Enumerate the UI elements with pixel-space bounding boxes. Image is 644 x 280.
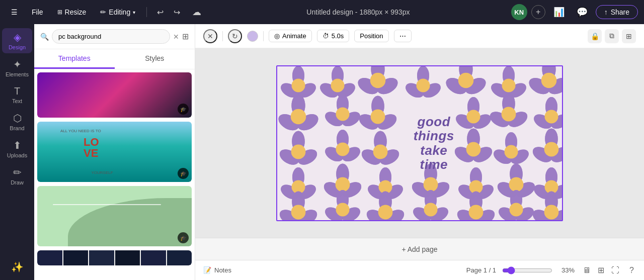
search-icon: 🔍 bbox=[40, 33, 49, 41]
desktop-view-button[interactable]: 🖥 bbox=[581, 264, 593, 276]
more-options-button[interactable]: ⋯ bbox=[394, 30, 412, 42]
zoom-controls: 33% bbox=[502, 266, 575, 274]
sidebar-item-label: Design bbox=[9, 44, 26, 50]
pen-icon: ✏ bbox=[100, 8, 106, 16]
grid-view-button[interactable]: ⊞ bbox=[596, 264, 606, 276]
share-button[interactable]: ↑ Share bbox=[596, 5, 638, 19]
cloud-save-button[interactable]: ☁ bbox=[188, 5, 205, 20]
template-badge: 🎓 bbox=[178, 168, 189, 179]
animate-icon: ◎ bbox=[274, 32, 280, 40]
sidebar-item-magic[interactable]: ✨ bbox=[2, 258, 32, 276]
notes-icon: 📝 bbox=[203, 266, 211, 274]
template-item[interactable]: ALL YOU NEED IS TO LOVE YOURSELF 🎓 bbox=[37, 122, 192, 182]
svg-point-1 bbox=[277, 66, 291, 76]
topbar-right: KN + 📊 💬 ↑ Share bbox=[511, 4, 638, 20]
template-text: ALL YOU NEED IS TO bbox=[60, 129, 101, 133]
notes-button[interactable]: 📝 Notes bbox=[203, 266, 231, 274]
search-bar: 🔍 ✕ ⊞ bbox=[34, 24, 195, 49]
timing-button[interactable]: ⏱ 5.0s bbox=[317, 30, 350, 42]
duplicate-button[interactable]: ⧉ bbox=[605, 29, 619, 43]
main-layout: ◈ Design ✦ Elements T Text ⬡ Brand ⬆ Upl… bbox=[0, 24, 644, 280]
toolbar-separator bbox=[222, 31, 223, 41]
canvas-area: ✕ ↻ ◎ Animate ⏱ 5.0s Position ⋯ 🔒 ⧉ ⊞ bbox=[195, 24, 644, 280]
svg-point-6 bbox=[277, 66, 282, 71]
template-text: LOVE bbox=[84, 137, 99, 159]
search-clear-icon[interactable]: ✕ bbox=[173, 33, 179, 41]
file-button[interactable]: File bbox=[27, 6, 48, 18]
sidebar-item-elements[interactable]: ✦ Elements bbox=[2, 55, 32, 80]
brand-icon: ⬡ bbox=[13, 112, 22, 124]
share-icon: ↑ bbox=[604, 8, 608, 16]
uploads-icon: ⬆ bbox=[13, 139, 22, 151]
avatar[interactable]: KN bbox=[511, 4, 527, 20]
comments-button[interactable]: 💬 bbox=[573, 5, 592, 20]
tab-styles[interactable]: Styles bbox=[115, 49, 195, 69]
lock-buttons: 🔒 ⧉ ⊞ bbox=[588, 29, 636, 43]
magic-icon: ✨ bbox=[11, 261, 24, 273]
canvas-frame[interactable]: good things take time bbox=[276, 65, 563, 221]
editing-button[interactable]: ✏ Editing ▾ bbox=[95, 6, 140, 18]
view-buttons: 🖥 ⊞ ⛶ bbox=[581, 264, 621, 276]
fullscreen-button[interactable]: ⛶ bbox=[609, 264, 621, 276]
redo-button[interactable]: ↪ bbox=[170, 6, 184, 19]
add-frame-button[interactable]: ⊞ bbox=[622, 29, 636, 43]
divider bbox=[146, 7, 147, 17]
canvas-toolbar: ✕ ↻ ◎ Animate ⏱ 5.0s Position ⋯ 🔒 ⧉ ⊞ bbox=[195, 24, 644, 48]
template-item[interactable]: 🎓 bbox=[37, 186, 192, 246]
close-selection-button[interactable]: ✕ bbox=[203, 29, 217, 43]
zoom-percentage: 33% bbox=[556, 266, 575, 274]
sidebar-item-label: Text bbox=[12, 98, 22, 104]
template-item[interactable]: 🎓 bbox=[37, 72, 192, 118]
topbar: ☰ File ⊞ Resize ✏ Editing ▾ ↩ ↪ ☁ Untitl… bbox=[0, 0, 644, 24]
left-panel: 🔍 ✕ ⊞ Templates Styles 🎓 ALL YOU NEED IS… bbox=[34, 24, 195, 280]
template-badge: 🎓 bbox=[178, 232, 189, 243]
bottom-bar: 📝 Notes Page 1 / 1 33% 🖥 ⊞ ⛶ ? bbox=[195, 260, 644, 280]
lock-button[interactable]: 🔒 bbox=[588, 29, 602, 43]
template-grid: 🎓 ALL YOU NEED IS TO LOVE YOURSELF 🎓 🎓 bbox=[34, 69, 195, 280]
menu-icon[interactable]: ☰ bbox=[6, 6, 23, 18]
canvas-text: good things take time bbox=[414, 114, 454, 171]
tab-templates[interactable]: Templates bbox=[34, 49, 115, 69]
svg-point-5 bbox=[277, 66, 279, 76]
sidebar-item-uploads[interactable]: ⬆ Uploads bbox=[2, 136, 32, 161]
add-page-bar[interactable]: + Add page bbox=[195, 238, 644, 260]
help-button[interactable]: ? bbox=[627, 265, 636, 276]
zoom-slider[interactable] bbox=[502, 266, 552, 274]
sidebar-icons: ◈ Design ✦ Elements T Text ⬡ Brand ⬆ Upl… bbox=[0, 24, 34, 280]
color-picker[interactable] bbox=[247, 31, 258, 42]
toolbar-separator bbox=[263, 31, 264, 41]
sidebar-item-label: Brand bbox=[10, 125, 24, 131]
resize-button[interactable]: ⊞ Resize bbox=[52, 6, 92, 18]
position-button[interactable]: Position bbox=[354, 30, 388, 42]
template-badge: 🎓 bbox=[178, 104, 189, 115]
tabs: Templates Styles bbox=[34, 49, 195, 69]
add-collaborator-button[interactable]: + bbox=[531, 5, 545, 19]
svg-point-2 bbox=[277, 66, 279, 76]
sidebar-item-label: Draw bbox=[11, 179, 24, 185]
template-item[interactable] bbox=[37, 250, 192, 265]
animate-button[interactable]: ◎ Animate bbox=[269, 30, 312, 42]
sidebar-item-label: Elements bbox=[6, 71, 29, 77]
rotate-button[interactable]: ↻ bbox=[228, 29, 242, 43]
template-text: YOURSELF bbox=[91, 170, 113, 175]
sidebar-item-design[interactable]: ◈ Design bbox=[2, 28, 32, 53]
sidebar-item-brand[interactable]: ⬡ Brand bbox=[2, 109, 32, 134]
sidebar-item-text[interactable]: T Text bbox=[2, 82, 32, 107]
text-icon: T bbox=[14, 85, 20, 97]
sidebar-item-label: Uploads bbox=[7, 152, 27, 158]
svg-point-4 bbox=[277, 66, 291, 76]
elements-icon: ✦ bbox=[13, 58, 22, 70]
search-input[interactable] bbox=[52, 29, 170, 44]
clock-icon: ⏱ bbox=[323, 32, 329, 40]
search-filter-icon[interactable]: ⊞ bbox=[182, 32, 189, 41]
undo-button[interactable]: ↩ bbox=[153, 6, 168, 19]
chevron-down-icon: ▾ bbox=[133, 10, 135, 15]
document-title: Untitled design - 1880px × 993px bbox=[209, 8, 507, 16]
sidebar-item-draw[interactable]: ✏ Draw bbox=[2, 163, 32, 189]
resize-icon: ⊞ bbox=[57, 9, 62, 16]
design-icon: ◈ bbox=[14, 31, 21, 43]
draw-icon: ✏ bbox=[13, 166, 22, 178]
page-indicator: Page 1 / 1 bbox=[466, 266, 496, 274]
canvas-content: good things take time bbox=[195, 48, 644, 238]
analytics-button[interactable]: 📊 bbox=[549, 5, 569, 20]
